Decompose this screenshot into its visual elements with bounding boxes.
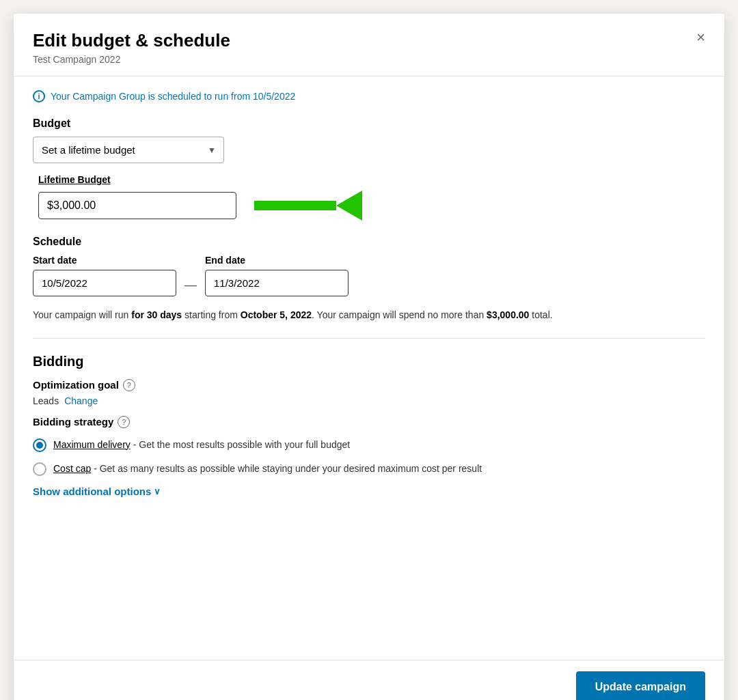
green-arrow-indicator (254, 191, 362, 221)
summary-start-date: October 5, 2022 (241, 309, 312, 320)
arrow-head (336, 191, 362, 221)
show-additional-text: Show additional options (33, 486, 151, 497)
bidding-section: Bidding Optimization goal ? Leads Change… (33, 354, 705, 497)
date-separator: — (184, 278, 197, 292)
campaign-summary: Your campaign will run for 30 days start… (33, 307, 705, 322)
lifetime-budget-input[interactable] (38, 192, 236, 219)
leads-text: Leads (33, 395, 59, 406)
max-delivery-text: Maximum delivery - Get the most results … (53, 438, 350, 452)
budget-label: Budget (33, 117, 705, 130)
summary-suffix: . Your campaign will spend no more than (312, 309, 487, 320)
date-row: Start date — End date (33, 255, 705, 296)
max-delivery-option[interactable]: Maximum delivery - Get the most results … (33, 438, 705, 452)
modal-title: Edit budget & schedule (33, 30, 705, 51)
budget-section: Budget Set a lifetime budget Set a daily… (33, 117, 705, 221)
budget-input-row (38, 191, 705, 221)
modal-header: Edit budget & schedule Test Campaign 202… (14, 14, 724, 76)
bidding-strategy-label: Bidding strategy (33, 416, 113, 428)
optimization-goal-help-icon[interactable]: ? (123, 379, 135, 391)
close-button[interactable]: × (694, 27, 708, 48)
budget-select-wrapper: Set a lifetime budget Set a daily budget… (33, 137, 224, 163)
campaign-group-notice: i Your Campaign Group is scheduled to ru… (33, 90, 705, 102)
max-delivery-desc: - Get the most results possible with you… (133, 439, 350, 450)
modal-subtitle: Test Campaign 2022 (33, 54, 705, 65)
bidding-strategy-row: Bidding strategy ? (33, 416, 705, 428)
cost-cap-option[interactable]: Cost cap - Get as many results as possib… (33, 462, 705, 476)
change-link[interactable]: Change (64, 395, 98, 406)
start-date-group: Start date (33, 255, 176, 296)
show-additional-link[interactable]: Show additional options ∨ (33, 486, 705, 497)
optimization-goal-row: Optimization goal ? (33, 379, 705, 391)
lifetime-budget-section: Lifetime Budget (38, 174, 705, 221)
end-date-label: End date (205, 255, 348, 266)
arrow-shaft (254, 201, 336, 210)
bidding-title: Bidding (33, 354, 705, 369)
end-date-group: End date (205, 255, 348, 296)
schedule-label: Schedule (33, 236, 705, 248)
start-date-label: Start date (33, 255, 176, 266)
bidding-strategy-help-icon[interactable]: ? (118, 416, 130, 428)
update-campaign-button[interactable]: Update campaign (576, 671, 705, 700)
modal-footer: Update campaign (14, 660, 724, 700)
section-divider (33, 338, 705, 339)
lifetime-budget-label: Lifetime Budget (38, 174, 705, 185)
start-date-input[interactable] (33, 270, 176, 296)
max-delivery-label: Maximum delivery (53, 439, 131, 450)
summary-end: total. (529, 309, 552, 320)
cost-cap-radio[interactable] (33, 462, 46, 476)
summary-amount: $3,000.00 (487, 309, 529, 320)
summary-mid: starting from (182, 309, 241, 320)
summary-days: for 30 days (131, 309, 182, 320)
notice-text: Your Campaign Group is scheduled to run … (51, 91, 295, 102)
schedule-section: Schedule Start date — End date (33, 236, 705, 296)
budget-select[interactable]: Set a lifetime budget Set a daily budget (33, 137, 224, 163)
summary-prefix: Your campaign will run (33, 309, 131, 320)
cost-cap-text: Cost cap - Get as many results as possib… (53, 462, 482, 476)
modal-container: Edit budget & schedule Test Campaign 202… (14, 14, 724, 700)
cost-cap-label: Cost cap (53, 463, 91, 474)
leads-row: Leads Change (33, 395, 705, 406)
max-delivery-radio[interactable] (33, 438, 46, 452)
optimization-goal-label: Optimization goal (33, 379, 119, 391)
info-icon: i (33, 90, 45, 102)
chevron-down-icon: ∨ (154, 486, 161, 496)
end-date-input[interactable] (205, 270, 348, 296)
cost-cap-desc: - Get as many results as possible while … (94, 463, 482, 474)
modal-body: i Your Campaign Group is scheduled to ru… (14, 76, 724, 660)
